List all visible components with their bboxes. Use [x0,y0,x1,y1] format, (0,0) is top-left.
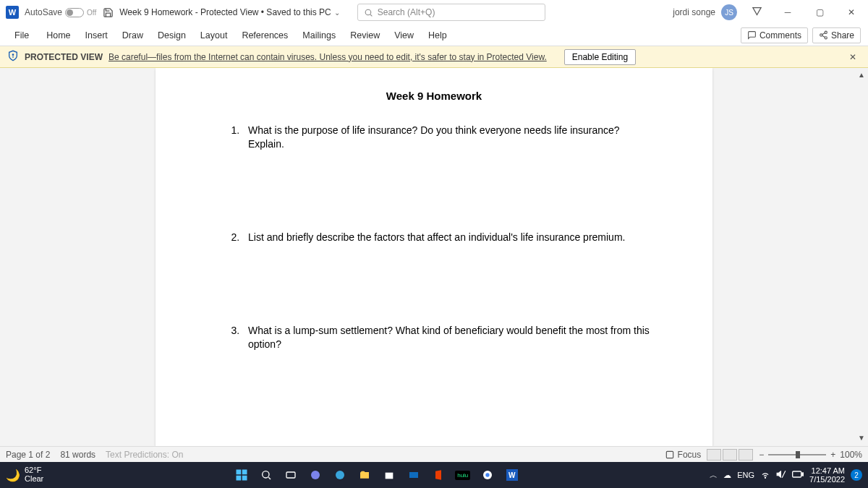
svg-point-0 [365,9,371,15]
focus-icon [665,450,675,460]
document-title[interactable]: Week 9 Homework - Protected View • Saved… [119,7,340,17]
svg-point-14 [262,471,268,478]
status-bar: Page 1 of 2 81 words Text Predictions: O… [0,446,868,462]
svg-point-18 [336,471,344,479]
protected-view-message[interactable]: Be careful—files from the Internet can c… [109,52,547,62]
taskbar-search-icon[interactable] [255,465,277,485]
comments-button[interactable]: Comments [741,27,808,43]
page-indicator[interactable]: Page 1 of 2 [6,450,50,460]
search-input[interactable]: Search (Alt+Q) [357,4,545,21]
explorer-icon[interactable] [354,465,375,485]
zoom-percent[interactable]: 100% [840,450,862,460]
svg-line-1 [370,14,372,16]
autosave-toggle[interactable]: AutoSave Off [25,7,96,17]
start-button[interactable] [231,465,252,485]
tab-layout[interactable]: Layout [193,26,235,45]
svg-rect-26 [793,471,801,477]
svg-rect-16 [286,472,295,478]
store-icon[interactable] [378,465,400,485]
svg-rect-20 [409,472,418,478]
ribbon-display-options[interactable] [752,6,762,19]
svg-rect-9 [666,451,673,458]
time: 12:47 AM [812,466,845,475]
avatar: JS [721,4,737,20]
task-view-icon[interactable] [280,465,302,485]
condition: Clear [25,475,43,484]
tab-references[interactable]: References [234,26,295,45]
focus-mode-button[interactable]: Focus [665,450,702,460]
svg-point-17 [311,471,320,479]
notification-badge[interactable]: 2 [851,469,862,481]
svg-line-6 [822,33,825,35]
wifi-icon[interactable] [760,469,770,481]
tab-file[interactable]: File [7,26,36,45]
autosave-state: Off [87,9,96,17]
tab-help[interactable]: Help [421,26,454,45]
svg-line-15 [268,477,271,479]
save-button[interactable] [102,7,114,18]
volume-icon[interactable] [776,469,786,481]
tab-design[interactable]: Design [150,26,193,45]
search-icon [364,8,373,17]
close-button[interactable]: ✕ [841,5,862,20]
maximize-button[interactable]: ▢ [809,5,830,20]
tab-insert[interactable]: Insert [78,26,115,45]
question-2: List and briefly describe the factors th… [242,231,655,244]
mail-icon[interactable] [403,465,425,485]
user-account[interactable]: jordi songe JS [673,4,737,20]
zoom-in-icon[interactable]: + [830,450,835,460]
chat-icon[interactable] [305,465,326,485]
svg-rect-12 [236,476,241,481]
zoom-slider[interactable] [768,454,826,455]
svg-point-7 [12,54,13,55]
clock[interactable]: 12:47 AM 7/15/2022 [809,466,845,484]
ribbon-tabs: File Home Insert Draw Design Layout Refe… [0,25,868,46]
svg-rect-27 [802,473,803,476]
document-heading: Week 9 Homework [213,90,655,102]
svg-point-2 [825,31,827,33]
hulu-icon[interactable]: hulu [452,465,474,485]
language-indicator[interactable]: ENG [737,471,754,479]
svg-marker-24 [777,471,780,477]
comment-icon [747,30,757,40]
tab-view[interactable]: View [387,26,421,45]
chrome-icon[interactable] [477,465,498,485]
enable-editing-button[interactable]: Enable Editing [564,49,636,65]
battery-icon[interactable] [792,470,804,480]
tab-mailings[interactable]: Mailings [295,26,343,45]
document-page[interactable]: Week 9 Homework What is the purpose of l… [156,68,712,446]
moon-icon: 🌙 [6,468,20,482]
svg-line-5 [822,35,825,37]
svg-line-25 [782,471,786,477]
minimize-button[interactable]: ─ [777,5,799,20]
windows-taskbar: 🌙 62°F Clear hulu W ︿ ☁ ENG 12:47 AM 7/1… [0,462,868,488]
toggle-off-icon[interactable] [65,8,84,17]
tab-draw[interactable]: Draw [115,26,150,45]
word-count[interactable]: 81 words [60,450,95,460]
svg-point-4 [825,37,827,39]
scroll-up-icon[interactable]: ▲ [858,71,865,79]
svg-rect-19 [385,473,393,479]
chevron-down-icon: ⌄ [334,9,340,17]
question-3: What is a lump-sum settlement? What kind… [242,324,655,351]
svg-point-22 [485,473,489,476]
shield-icon [7,50,19,64]
document-area[interactable]: ▲ ▼ Week 9 Homework What is the purpose … [0,68,868,446]
weather-widget[interactable]: 🌙 62°F Clear [6,466,43,483]
tray-chevron-icon[interactable]: ︿ [710,470,718,481]
title-bar: W AutoSave Off Week 9 Homework - Protect… [0,0,868,25]
tab-home[interactable]: Home [39,26,77,45]
scroll-down-icon[interactable]: ▼ [858,434,865,442]
close-bar-button[interactable]: ✕ [845,52,861,62]
office-icon[interactable] [427,465,449,485]
edge-icon[interactable] [329,465,351,485]
tab-review[interactable]: Review [343,26,387,45]
view-mode-icons[interactable] [707,449,753,461]
share-button[interactable]: Share [812,27,861,43]
text-predictions[interactable]: Text Predictions: On [106,450,183,460]
zoom-out-icon[interactable]: − [759,450,764,460]
zoom-control[interactable]: − + 100% [759,450,862,460]
onedrive-icon[interactable]: ☁ [723,471,731,480]
svg-point-23 [765,477,765,478]
word-taskbar-icon[interactable]: W [501,465,523,485]
